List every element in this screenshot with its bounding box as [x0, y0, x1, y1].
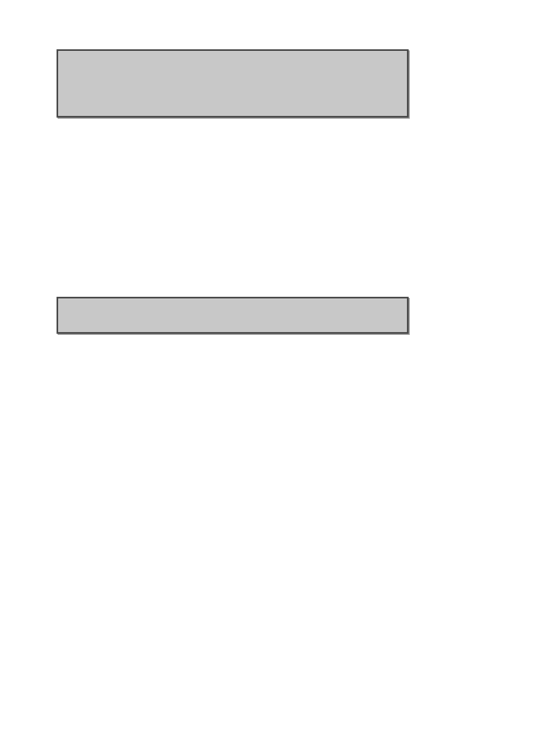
empty-panel-top — [57, 49, 409, 118]
empty-panel-bottom — [57, 297, 409, 334]
